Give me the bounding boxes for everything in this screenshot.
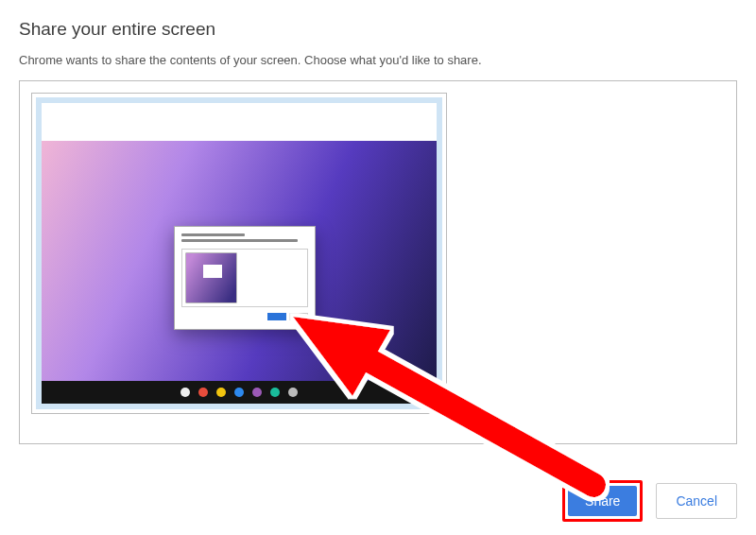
taskbar-icon: [216, 388, 226, 397]
thumbnail-browser-bar: [42, 103, 437, 141]
share-button[interactable]: Share: [568, 486, 637, 516]
screen-selection-panel: [19, 80, 737, 444]
taskbar-icon: [198, 388, 208, 397]
dialog-title: Share your entire screen: [19, 19, 737, 40]
thumbnail-nested-dialog: [174, 226, 316, 330]
screen-thumbnail-inner: [36, 97, 442, 409]
taskbar-icon: [180, 388, 190, 397]
screen-thumbnail[interactable]: [31, 93, 447, 414]
dialog-subtitle: Chrome wants to share the contents of yo…: [19, 53, 737, 67]
thumbnail-taskbar: [42, 381, 437, 404]
dialog-button-row: Share Cancel: [562, 480, 737, 522]
taskbar-icon: [252, 388, 262, 397]
taskbar-icon: [270, 388, 280, 397]
thumbnail-desktop: [42, 141, 437, 381]
annotation-highlight: Share: [562, 480, 643, 522]
taskbar-icon: [288, 388, 298, 397]
cancel-button[interactable]: Cancel: [656, 483, 737, 519]
taskbar-icon: [234, 388, 244, 397]
